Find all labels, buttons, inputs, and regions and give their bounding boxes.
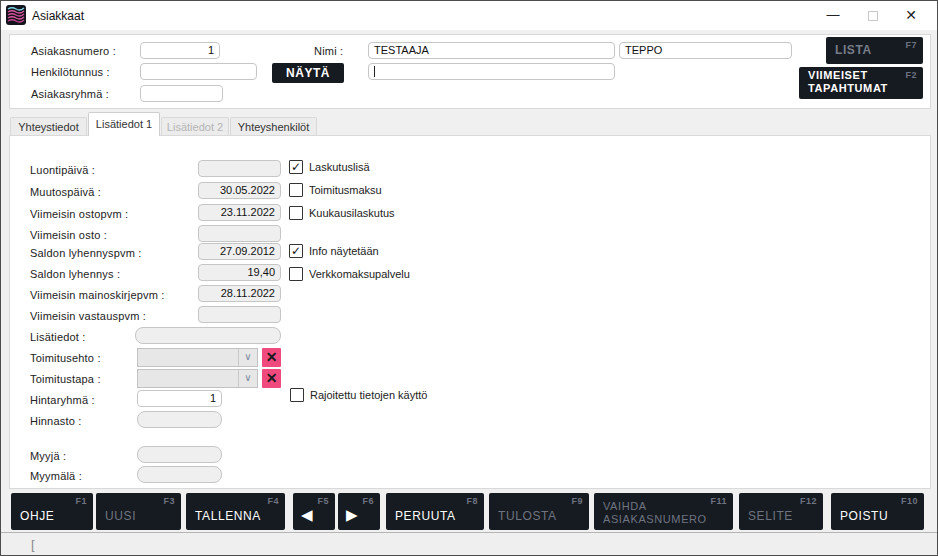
status-bar: [ — [1, 532, 937, 555]
myyja-label: Myyjä : — [30, 450, 66, 462]
nimi-last-field[interactable]: TESTAAJA — [368, 42, 615, 59]
ohje-button[interactable]: F1 OHJE — [11, 493, 93, 530]
asiakasryhma-label: Asiakasryhmä : — [31, 88, 109, 100]
tulosta-label: TULOSTA — [498, 509, 557, 523]
peruuta-fkey: F8 — [466, 496, 478, 506]
viimeisin-osto-label: Viimeisin osto : — [30, 229, 107, 241]
window-title: Asiakkaat — [32, 9, 84, 23]
toimitusehto-label: Toimitusehto : — [30, 352, 101, 364]
lista-button[interactable]: F7 LISTA — [826, 37, 923, 64]
maximize-icon — [868, 11, 878, 21]
poistu-button[interactable]: F10 POISTU — [831, 493, 924, 530]
app-logo-icon — [6, 5, 26, 25]
tallenna-fkey: F4 — [267, 496, 279, 506]
poistu-label: POISTU — [840, 509, 888, 523]
tab-lisatiedot-1[interactable]: Lisätiedot 1 — [88, 112, 160, 136]
hintaryhma-label: Hintaryhmä : — [30, 394, 95, 406]
checkbox-rajoitettu-tietojen-kaytto[interactable] — [290, 388, 304, 402]
checkbox-toimitusmaksu-label: Toimitusmaksu — [309, 184, 382, 196]
tulosta-fkey: F9 — [571, 496, 583, 506]
status-caret: [ — [31, 537, 35, 552]
checkbox-verkkomaksupalvelu[interactable] — [289, 267, 303, 281]
lisatiedot-panel: Luontipäivä : Muutospäivä : 30.05.2022 V… — [9, 135, 931, 489]
customer-header-box: Asiakasnumero : 1 Nimi : TESTAAJA TEPPO … — [9, 34, 931, 109]
asiakasryhma-field[interactable] — [140, 85, 223, 102]
viimeisin-mainoskirjepvm-label: Viimeisin mainoskirjepvm : — [30, 289, 165, 301]
tab-yhteyshenkilot[interactable]: Yhteyshenkilöt — [230, 117, 317, 136]
tallenna-button[interactable]: F4 TALLENNA — [186, 493, 285, 530]
checkmark-icon: ✓ — [291, 160, 301, 174]
viimeisin-mainoskirjepvm-field: 28.11.2022 — [198, 285, 281, 302]
nayta-button[interactable]: NÄYTÄ — [272, 63, 344, 83]
viimeisin-vastauspvm-field — [198, 306, 281, 323]
arrow-right-icon: ▶ — [346, 506, 358, 524]
toimitustapa-label: Toimitustapa : — [30, 373, 101, 385]
next-record-button[interactable]: F6 ▶ — [338, 493, 380, 530]
hintaryhma-field[interactable]: 1 — [137, 390, 222, 407]
checkbox-kuukausilaskutus[interactable] — [289, 206, 303, 220]
viimeisin-vastauspvm-label: Viimeisin vastauspvm : — [30, 310, 146, 322]
vaihda-label: VAIHDA ASIAKASNUMERO — [603, 500, 723, 526]
saldon-lyhennyspvm-field: 27.09.2012 — [198, 243, 281, 260]
asiakasnumero-field[interactable]: 1 — [140, 42, 220, 59]
myyja-field[interactable] — [137, 446, 222, 463]
title-bar: Asiakkaat — ✕ — [1, 1, 937, 30]
toimitustapa-clear-icon[interactable]: ✕ — [262, 369, 281, 388]
checkbox-toimitusmaksu[interactable] — [289, 183, 303, 197]
luontipaiva-field — [198, 160, 281, 177]
saldon-lyhennyspvm-label: Saldon lyhennyspvm : — [30, 247, 142, 259]
hinnasto-field[interactable] — [137, 411, 222, 428]
nimi-first-field[interactable]: TEPPO — [619, 42, 792, 59]
previous-record-button[interactable]: F5 ◀ — [293, 493, 335, 530]
checkbox-laskutuslisa-label: Laskutuslisä — [309, 161, 370, 173]
lista-fkey: F7 — [905, 40, 917, 50]
saldon-lyhennys-field: 19,40 — [198, 264, 281, 281]
muutospaiva-field: 30.05.2022 — [198, 182, 281, 199]
viimeisin-ostopvm-label: Viimeisin ostopvm : — [30, 208, 128, 220]
toimitustapa-dropdown[interactable]: ∨ — [137, 369, 258, 388]
viimeiset-label: VIIMEISET TAPAHTUMAT — [808, 69, 918, 95]
poistu-fkey: F10 — [901, 496, 918, 506]
checkbox-info-naytetaan-label: Info näytetään — [309, 245, 379, 257]
vaihda-asiakasnumero-button: F11 VAIHDA ASIAKASNUMERO — [594, 493, 733, 530]
chevron-down-icon[interactable]: ∨ — [238, 370, 257, 387]
uusi-fkey: F3 — [163, 496, 175, 506]
tulosta-button: F9 TULOSTA — [489, 493, 589, 530]
luontipaiva-label: Luontipäivä : — [30, 164, 95, 176]
viimeisin-osto-field — [198, 225, 281, 242]
henkilotunnus-field[interactable] — [140, 63, 257, 80]
checkbox-rajoitettu-label: Rajoitettu tietojen käyttö — [310, 389, 427, 401]
tab-yhteystiedot[interactable]: Yhteystiedot — [10, 117, 87, 136]
tallenna-label: TALLENNA — [195, 509, 261, 523]
viimeiset-tapahtumat-button[interactable]: F2 VIIMEISET TAPAHTUMAT — [799, 67, 923, 99]
selite-button: F12 SELITE — [739, 493, 823, 530]
muutospaiva-label: Muutospäivä : — [30, 186, 101, 198]
checkbox-info-naytetaan[interactable]: ✓ — [289, 244, 303, 258]
maximize-button — [853, 1, 893, 29]
nimi-extra-field[interactable] — [368, 63, 615, 80]
saldon-lyhennys-label: Saldon lyhennys : — [30, 268, 120, 280]
uusi-label: UUSI — [105, 509, 136, 523]
checkbox-kuukausilaskutus-label: Kuukausilaskutus — [309, 207, 395, 219]
checkbox-laskutuslisa[interactable]: ✓ — [289, 160, 303, 174]
toimitusehto-clear-icon[interactable]: ✕ — [262, 348, 281, 367]
close-button[interactable]: ✕ — [891, 1, 931, 29]
arrow-left-icon: ◀ — [301, 506, 313, 524]
uusi-button: F3 UUSI — [96, 493, 181, 530]
peruuta-button[interactable]: F8 PERUUTA — [386, 493, 484, 530]
henkilotunnus-label: Henkilötunnus : — [31, 66, 110, 78]
toimitusehto-dropdown[interactable]: ∨ — [137, 348, 258, 367]
lisatiedot-label: Lisätiedot : — [30, 331, 86, 343]
asiakasnumero-label: Asiakasnumero : — [31, 45, 116, 57]
lista-label: LISTA — [835, 43, 872, 57]
selite-label: SELITE — [748, 509, 793, 523]
hinnasto-label: Hinnasto : — [30, 415, 82, 427]
next-fkey: F6 — [362, 496, 374, 506]
chevron-down-icon[interactable]: ∨ — [238, 349, 257, 366]
lisatiedot-field[interactable] — [135, 327, 281, 344]
minimize-button[interactable]: — — [813, 1, 853, 29]
app-window: Asiakkaat — ✕ Asiakasnumero : 1 Nimi : T… — [0, 0, 938, 556]
tab-lisatiedot-2: Lisätiedot 2 — [161, 117, 229, 136]
text-caret — [374, 66, 375, 77]
myymala-field[interactable] — [137, 466, 222, 483]
